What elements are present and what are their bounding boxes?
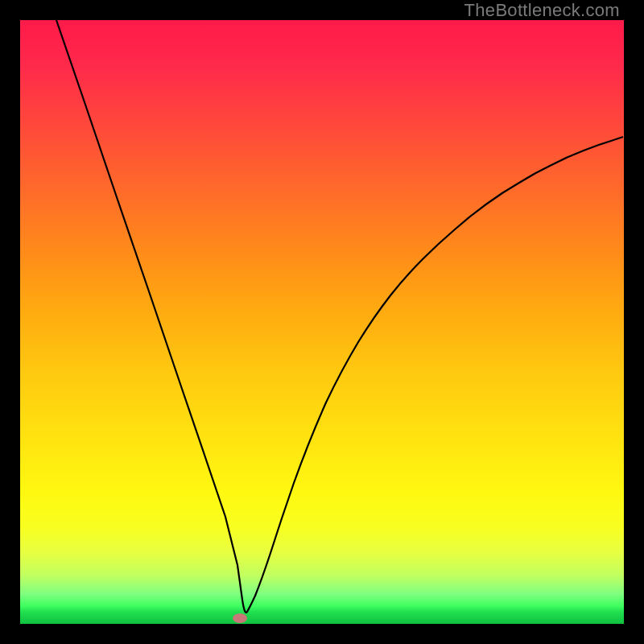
optimal-point-marker — [233, 613, 247, 623]
curve-path — [56, 20, 623, 613]
bottleneck-curve — [20, 20, 624, 624]
watermark-text: TheBottleneck.com — [464, 0, 620, 21]
